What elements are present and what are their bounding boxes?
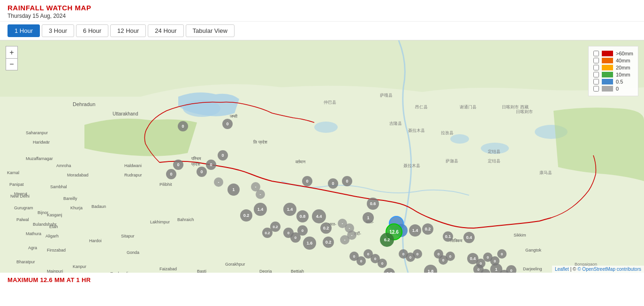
marker-0-2[interactable]: 0.2 bbox=[240, 209, 252, 222]
tab-1hr[interactable]: 1 Hour bbox=[8, 24, 40, 37]
marker-3[interactable]: 0 bbox=[206, 160, 216, 170]
marker-s8[interactable]: 0 bbox=[413, 249, 422, 259]
svg-text:Sitapur: Sitapur bbox=[121, 234, 135, 238]
marker-0a[interactable]: 0 bbox=[302, 176, 312, 186]
marker-0l[interactable]: 0 bbox=[506, 265, 516, 273]
legend-checkbox-60mm[interactable] bbox=[593, 51, 599, 56]
marker-1[interactable]: 0 bbox=[222, 119, 233, 129]
marker-0-2b[interactable]: 0.2 bbox=[320, 222, 332, 234]
legend-label-20mm: 20mm bbox=[616, 65, 630, 70]
marker-1val[interactable]: 1 bbox=[227, 184, 240, 196]
map-container[interactable]: Dehradun Uttarakhand Saharanpur Haridwār… bbox=[0, 40, 644, 273]
footer: MAXIMUM 12.6 MM AT 1 HR bbox=[0, 273, 644, 287]
marker-0c[interactable]: 0 bbox=[342, 176, 352, 186]
marker-0b[interactable]: 0 bbox=[328, 178, 338, 189]
legend-checkbox-40mm[interactable] bbox=[593, 58, 599, 63]
svg-text:Hardoi: Hardoi bbox=[89, 238, 102, 243]
marker-dash1[interactable]: - bbox=[214, 177, 223, 187]
marker-0-1[interactable]: 0.1 bbox=[443, 231, 453, 242]
marker-1c[interactable]: 1 bbox=[363, 212, 374, 223]
svg-text:Khurja: Khurja bbox=[70, 206, 83, 210]
marker-1-6[interactable]: 1.6 bbox=[303, 237, 316, 250]
legend-label-0mm: 0 bbox=[616, 86, 619, 92]
marker-s11[interactable]: 0 bbox=[446, 252, 455, 261]
legend-color-40mm bbox=[602, 58, 613, 63]
tabs-bar: 1 Hour 3 Hour 6 Hour 12 Hour 24 Hour Tab… bbox=[0, 22, 644, 40]
marker-4-4[interactable]: 4.4 bbox=[312, 209, 326, 223]
legend-label-60mm: >60mm bbox=[616, 51, 633, 56]
svg-text:拉孜县: 拉孜县 bbox=[441, 130, 454, 135]
marker-dash7[interactable]: - bbox=[340, 235, 349, 245]
marker-0k[interactable]: 0 bbox=[297, 225, 308, 236]
marker-2[interactable]: 0 bbox=[218, 150, 228, 161]
svg-text:New Delhi: New Delhi bbox=[10, 194, 30, 199]
legend-color-20mm bbox=[602, 65, 613, 70]
footer-max-text: MAXIMUM 12.6 MM AT 1 HR bbox=[8, 276, 636, 283]
svg-text:Sikkim: Sikkim bbox=[514, 233, 526, 237]
marker-1-4c[interactable]: 1.4 bbox=[409, 224, 421, 237]
svg-text:日喀则市: 日喀则市 bbox=[516, 109, 533, 114]
tab-6hr[interactable]: 6 Hour bbox=[76, 24, 108, 37]
legend-label-0-5mm: 0.5 bbox=[616, 79, 623, 84]
tab-tabular[interactable]: Tabular View bbox=[186, 24, 235, 37]
svg-text:仲巴县: 仲巴县 bbox=[324, 100, 336, 105]
legend-checkbox-10mm[interactable] bbox=[593, 72, 599, 77]
svg-text:Bareilly: Bareilly bbox=[63, 196, 77, 201]
svg-text:Amroha: Amroha bbox=[56, 163, 71, 168]
svg-text:Aligarh: Aligarh bbox=[45, 234, 59, 238]
svg-text:Kanpur: Kanpur bbox=[73, 264, 86, 269]
zoom-out-button[interactable]: − bbox=[6, 58, 18, 70]
marker-0-4b[interactable]: 0.4 bbox=[463, 232, 475, 243]
legend-checkbox-0mm[interactable] bbox=[593, 86, 599, 92]
svg-text:Bijnor: Bijnor bbox=[38, 210, 48, 215]
marker-1-4a[interactable]: 1.4 bbox=[254, 203, 267, 216]
svg-text:Dehradun: Dehradun bbox=[73, 101, 95, 107]
legend-color-0mm bbox=[602, 86, 613, 92]
svg-text:Lakhimpur: Lakhimpur bbox=[150, 220, 170, 224]
page-title: RAINFALL WATCH MAP bbox=[8, 4, 636, 12]
svg-text:Mainpuri: Mainpuri bbox=[47, 269, 63, 273]
tab-24hr[interactable]: 24 Hour bbox=[148, 24, 183, 37]
marker-1-4b[interactable]: 1.4 bbox=[283, 203, 296, 216]
legend-label-40mm: 40mm bbox=[616, 58, 630, 63]
svg-point-2 bbox=[314, 122, 338, 133]
marker-dash3[interactable]: - bbox=[256, 190, 265, 199]
svg-text:Gorakhpur: Gorakhpur bbox=[225, 262, 245, 267]
legend-label-10mm: 10mm bbox=[616, 72, 630, 77]
tab-12hr[interactable]: 12 Hour bbox=[110, 24, 146, 37]
legend-checkbox-0-5mm[interactable] bbox=[593, 79, 599, 84]
map-attribution: Leaflet | © © OpenStreetMap contributors bbox=[552, 266, 644, 273]
svg-text:Bharatpur: Bharatpur bbox=[16, 260, 35, 264]
marker-6[interactable]: 0 bbox=[166, 169, 176, 179]
marker-0-2c[interactable]: 0.2 bbox=[323, 237, 334, 248]
marker-s14[interactable]: 0 bbox=[490, 256, 500, 266]
svg-text:Panipat: Panipat bbox=[9, 182, 24, 187]
svg-text:प्रदेश: प्रदेश bbox=[191, 161, 200, 167]
marker-0-8[interactable]: 0.8 bbox=[296, 210, 309, 222]
svg-text:聂拉木县: 聂拉木县 bbox=[408, 128, 425, 133]
svg-text:萨嘎县: 萨嘎县 bbox=[380, 93, 393, 98]
svg-text:Karnal: Karnal bbox=[7, 170, 19, 175]
marker-0-6[interactable]: 0.6 bbox=[367, 198, 379, 210]
svg-text:Saharanpur: Saharanpur bbox=[26, 130, 48, 135]
marker-6-2[interactable]: 6.2 bbox=[380, 233, 394, 247]
tab-3hr[interactable]: 3 Hour bbox=[42, 24, 74, 37]
svg-text:Uttarakhand: Uttarakhand bbox=[113, 111, 138, 116]
marker-4[interactable]: 0 bbox=[197, 167, 207, 177]
leaflet-link[interactable]: Leaflet bbox=[555, 267, 569, 272]
marker-0-2d[interactable]: 0.2 bbox=[422, 223, 433, 235]
osm-link[interactable]: © OpenStreetMap contributors bbox=[577, 267, 641, 272]
marker-s2[interactable]: 0 bbox=[356, 256, 366, 266]
svg-text:Gonda: Gonda bbox=[127, 250, 139, 255]
marker-s5[interactable]: 0 bbox=[378, 259, 387, 268]
legend-checkbox-20mm[interactable] bbox=[593, 65, 599, 70]
svg-text:Agra: Agra bbox=[28, 245, 37, 250]
marker-s15[interactable]: 0 bbox=[497, 249, 507, 259]
map-legend: >60mm 40mm 20mm 10mm 0.5 0 bbox=[588, 46, 638, 96]
svg-text:Raebareli: Raebareli bbox=[110, 271, 129, 273]
svg-text:लि प्रदेश: लि प्रदेश bbox=[253, 139, 267, 145]
marker-5[interactable]: 0 bbox=[173, 160, 183, 170]
zoom-in-button[interactable]: + bbox=[6, 46, 18, 58]
marker-0-2h[interactable]: 0.2 bbox=[262, 228, 273, 238]
marker-0[interactable]: 0 bbox=[178, 121, 188, 131]
